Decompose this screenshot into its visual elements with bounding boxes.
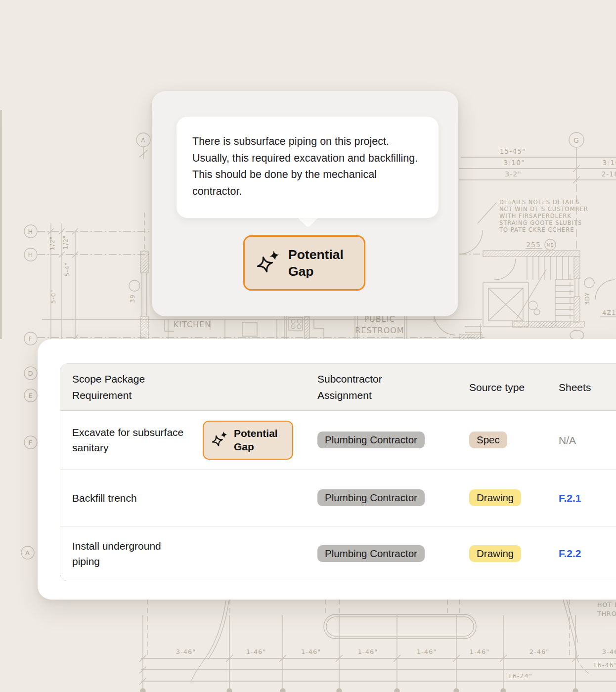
- dimension-label: 5-4": [64, 262, 71, 276]
- potential-gap-badge-label: Potential Gap: [234, 427, 285, 454]
- notes-line: TO PATE CKRE CCHERE: [499, 226, 574, 233]
- dimension-label: 5-0": [50, 289, 57, 303]
- dimension-label: 16-46": [593, 661, 616, 669]
- dimension-label: 3-46": [176, 648, 196, 655]
- dimension-label: 3-46": [602, 648, 616, 655]
- table-row[interactable]: Excavate for subsurface sanitary Potenti…: [60, 410, 616, 470]
- column-header-scope-package-requirement: Scope Package Requirement: [60, 371, 186, 403]
- grid-bubble-label: G: [573, 136, 579, 144]
- dimension-label: 2-46": [529, 648, 549, 655]
- source-type-badge: Drawing: [469, 489, 521, 506]
- tooltip-message: There is subsurface piping on this proje…: [192, 133, 423, 200]
- dimension-label: 3-2": [505, 170, 521, 178]
- dimension-label: 1-46": [358, 648, 378, 655]
- notes-line: NCT WIN DT S CUSTOMRER: [499, 206, 588, 213]
- requirement-text: Excavate for subsurface sanitary: [72, 425, 191, 455]
- table-row[interactable]: Install underground piping Plumbing Cont…: [60, 526, 616, 581]
- subcontractor-badge: Plumbing Contractor: [317, 545, 425, 562]
- column-header-subcontractor-assignment: Subcontractor Assignment: [317, 371, 431, 403]
- dimension-label: 1-46": [470, 648, 489, 655]
- requirement-text: Install underground piping: [72, 538, 191, 569]
- subcontractor-badge: Plumbing Contractor: [317, 489, 425, 506]
- grid-bubble-label: H: [28, 251, 34, 259]
- dimension-label: 16-24": [508, 672, 532, 680]
- grid-bubble-label: E: [28, 392, 33, 399]
- grid-bubble-label: A: [25, 549, 30, 557]
- stair-side-label: 3DY: [584, 292, 591, 305]
- scope-table-card: Scope Package Requirement Subcontractor …: [38, 339, 616, 600]
- dimension-label: 2-18": [601, 170, 616, 178]
- corner-note-line: THROU: [597, 610, 616, 617]
- grid-bubble-label: F: [29, 439, 33, 446]
- tooltip-bubble: There is subsurface piping on this proje…: [176, 117, 439, 218]
- sheet-link[interactable]: F.2.2: [559, 548, 581, 559]
- dimension-label: 3-10": [503, 159, 525, 167]
- grid-bubble-label: H: [28, 228, 34, 235]
- potential-gap-popover: There is subsurface piping on this proje…: [152, 91, 458, 316]
- sheet-value: N/A: [559, 434, 576, 446]
- stair-ref-circle-label: NE: [547, 243, 554, 248]
- grid-bubble-label: A: [141, 136, 146, 144]
- notes-line: DETAILS NOTES DETAILS: [499, 199, 579, 206]
- room-label-kitchen: KITCHEN: [174, 320, 211, 329]
- grid-bubble-label: D: [28, 370, 33, 377]
- stair-ref-label: 255: [526, 241, 541, 249]
- potential-gap-button[interactable]: Potential Gap: [243, 235, 365, 291]
- dimension-label: 3-16": [602, 159, 616, 167]
- table-header-row: Scope Package Requirement Subcontractor …: [60, 364, 616, 410]
- column-header-sheets: Sheets: [559, 379, 616, 395]
- column-header-source-type: Source type: [469, 379, 559, 395]
- dimension-label: 1/2": [49, 236, 56, 251]
- dimension-label: 1-46": [417, 648, 437, 655]
- notes-line: STRAING GOOTE SLUBITS: [499, 219, 582, 226]
- dimension-label: 15-45": [499, 147, 526, 155]
- source-type-badge: Drawing: [469, 545, 521, 562]
- sheet-link[interactable]: F.2.1: [559, 492, 581, 504]
- detail-label: 39: [129, 294, 136, 303]
- door-ref-label: 4Z1/: [602, 309, 616, 316]
- sparkle-icon: [257, 249, 280, 277]
- corner-note-line: HOT DR: [597, 601, 616, 608]
- sparkle-icon: [212, 430, 228, 450]
- scope-table: Scope Package Requirement Subcontractor …: [60, 363, 616, 581]
- potential-gap-button-label: Potential Gap: [288, 246, 353, 280]
- source-type-badge: Spec: [469, 432, 507, 448]
- table-row[interactable]: Backfill trench Plumbing Contractor Draw…: [60, 470, 616, 526]
- potential-gap-badge[interactable]: Potential Gap: [203, 421, 293, 460]
- room-label-restroom: RESTROOM: [355, 326, 404, 335]
- screen: A G H H F D E F A 15-45" 3-10" 3-2" 3-16…: [0, 0, 616, 692]
- notes-line: WITH FIRSAPERDLERK: [499, 213, 572, 219]
- dimension-label: 1-46": [301, 648, 321, 655]
- grid-bubble-label: F: [29, 335, 33, 343]
- dimension-label: 1/2": [62, 235, 69, 250]
- subcontractor-badge: Plumbing Contractor: [317, 432, 425, 448]
- requirement-text: Backfill trench: [72, 490, 137, 506]
- dimension-label: 1-46": [246, 648, 266, 655]
